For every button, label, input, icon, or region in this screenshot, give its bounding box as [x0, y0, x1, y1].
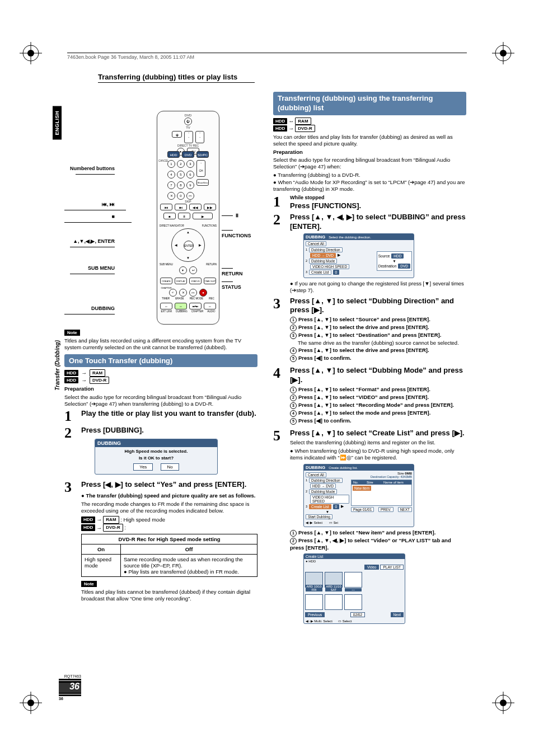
- s5-i2: 2Press [▲, ▼, ◀, ▶] to select “Video” or…: [290, 537, 466, 551]
- key-hdd: HDD: [167, 151, 180, 158]
- s5-p2: ● When transferring (dubbing) to DVD-R u…: [290, 448, 466, 462]
- thumb-1[interactable]: ARD 10/10 FRI: [305, 572, 323, 588]
- key-ch2: ˄CH˅: [196, 160, 205, 177]
- s5-p1: Select the transferring (dubbing) items …: [290, 439, 466, 446]
- badge-row-1: HDD → RAM: [64, 369, 257, 377]
- badge-row-r2: HDD→DVD-R: [273, 125, 466, 132]
- key-8: 8: [177, 181, 185, 189]
- key-createch: CREATE CHAPTER: [160, 278, 172, 284]
- ui-create-list-panel: Create List ● HDD Video PLAY LIST ARD 10…: [303, 553, 405, 624]
- thumb-3[interactable]: ---: [344, 572, 362, 588]
- s3-i1: 1Press [▲, ▼] to select “Source” and pre…: [290, 316, 466, 323]
- page-number-badge: RQT7463 36 36: [59, 674, 81, 696]
- key-dubbing: ▭: [175, 303, 187, 309]
- thumb-6[interactable]: [344, 594, 362, 610]
- ui3-cancel[interactable]: Cancel All: [306, 472, 326, 477]
- rstep5-title: Press [▲, ▼] to select “Create List” and…: [290, 429, 466, 438]
- cl-next[interactable]: Next: [391, 612, 404, 617]
- svg-point-7: [500, 50, 507, 57]
- s5-i1: 1Press [▲, ▼] to select “New item” and p…: [290, 529, 466, 537]
- step-1-title: Play the title or play list you want to …: [81, 409, 257, 418]
- section-dub-list: Transferring (dubbing) using the transfe…: [273, 92, 466, 115]
- callout-functions: FUNCTIONS: [222, 227, 251, 238]
- thumb-4[interactable]: [305, 594, 323, 610]
- svg-point-15: [500, 699, 507, 706]
- ui-dubbing-confirm: DUBBING High Speed mode is selected. Is …: [95, 439, 218, 475]
- ui2-cancel[interactable]: Cancel All: [306, 241, 326, 246]
- crop-mark-tl: [20, 42, 42, 64]
- s3-note: The same drive as the transfer (dubbing)…: [298, 340, 466, 346]
- key-0: 0: [177, 192, 185, 200]
- note-badge-2: Note: [81, 581, 97, 587]
- ui-no-button[interactable]: No: [161, 463, 179, 471]
- key-erase: ✕: [179, 289, 187, 297]
- label-dubbing: DUBBING: [176, 310, 188, 313]
- key-rec: ●: [199, 289, 207, 297]
- thumb-2[interactable]: ARD 11/10 SAT: [325, 572, 343, 588]
- section-one-touch: One Touch Transfer (dubbing): [64, 354, 257, 367]
- prep-b1: ● Transferring (dubbing) to a DVD-R.: [273, 172, 466, 179]
- rstep2-title: Press [▲, ▼, ◀, ▶] to select “DUBBING” a…: [290, 213, 466, 231]
- prep-label: Preparation: [64, 386, 94, 392]
- s4-i5: 5Press [◀] to confirm.: [290, 417, 466, 425]
- s3-i4: 4Press [▲, ▼] to select the drive and pr…: [290, 347, 466, 354]
- section-tab: Transfer (Dubbing): [53, 336, 62, 395]
- ui3-prev[interactable]: PREV.: [378, 507, 394, 512]
- key-ch: ˄˅: [184, 131, 193, 143]
- key-recmode: ▭: [189, 289, 197, 297]
- cl-page: 02/02: [350, 612, 365, 617]
- label-recmode: REC MODE: [190, 297, 203, 300]
- badge-hdd: HDD: [64, 370, 78, 376]
- badge-dvdr: DVD-R: [90, 377, 109, 384]
- key-7: 7: [167, 181, 175, 189]
- prep-b2: ● When “Audio Mode for XP Recording” is …: [273, 179, 466, 193]
- badge-ram: RAM: [90, 369, 105, 377]
- key-4: 4: [167, 171, 175, 179]
- ui-yes-button[interactable]: Yes: [133, 463, 153, 471]
- label-return: RETURN: [206, 263, 217, 266]
- label-functions: FUNCTIONS: [202, 224, 217, 227]
- remote-diagram: DVD ⏻ TV ⏻ ˄˅ ˄˅ DIRECT TV REC ● AV: [95, 111, 241, 323]
- rstep1-title: Press [FUNCTIONS].: [290, 201, 466, 210]
- key-enter: ENTER: [184, 241, 194, 251]
- tab-video[interactable]: Video: [364, 565, 380, 570]
- crop-mark-bl: [20, 692, 42, 714]
- table-title: DVD-R Rec for High Speed mode setting: [118, 536, 220, 542]
- ui3-start[interactable]: Start Dubbing: [306, 514, 332, 519]
- key-showview: ShowView: [196, 179, 209, 186]
- ui3-next[interactable]: NEXT: [398, 507, 412, 512]
- s4-i3: 3Press [▲, ▼] to select “Recording Mode”…: [290, 402, 466, 409]
- key-6: 6: [186, 171, 194, 179]
- th-on: On: [82, 544, 121, 555]
- callout-status: STATUS: [222, 279, 241, 290]
- hs-line-2: HDD→DVD-R :: [81, 524, 257, 532]
- badge-row-r1: HDD↔RAM: [273, 118, 466, 125]
- s3-i5: 5Press [◀] to confirm.: [290, 355, 466, 362]
- step-2-num: 2: [64, 426, 77, 477]
- callout-numbered: Numbered buttons: [64, 166, 115, 177]
- key-rew: ◀◀: [189, 204, 202, 210]
- callout-nav: ▲,▼,◀,▶, ENTER: [64, 238, 115, 250]
- callout-dubbing: DUBBING: [64, 306, 115, 317]
- thumb-5[interactable]: [325, 594, 343, 610]
- prep-label-r: Preparation: [273, 149, 303, 155]
- tab-playlist[interactable]: PLAY LIST: [380, 565, 404, 570]
- arrow-icon: →: [81, 370, 87, 376]
- key-5: 5: [177, 171, 185, 179]
- label-rec: REC: [209, 297, 214, 300]
- key-cancel: ✕: [167, 192, 175, 200]
- key-chapter: ⏮▭⏭: [189, 303, 202, 309]
- key-prev: ⏮: [160, 204, 172, 210]
- rstep-1-num: 1: [273, 195, 285, 210]
- label-submenu: SUB MENU: [160, 263, 173, 266]
- prep1-r: Select the audio type for recording bili…: [273, 157, 466, 170]
- cl-prev[interactable]: Previous: [305, 612, 325, 617]
- s3-i2: 2Press [▲, ▼] to select the drive and pr…: [290, 324, 466, 331]
- rstep1-hint: While stopped: [290, 195, 466, 200]
- label-chapter: CHAPTER: [191, 310, 204, 313]
- note-text-2: Titles and play lists cannot be transfer…: [81, 589, 257, 602]
- callout-pause: ⏸: [222, 213, 240, 218]
- svg-point-11: [27, 699, 34, 706]
- step-3-num: 3: [64, 480, 77, 604]
- key-status: STATUS: [189, 278, 202, 284]
